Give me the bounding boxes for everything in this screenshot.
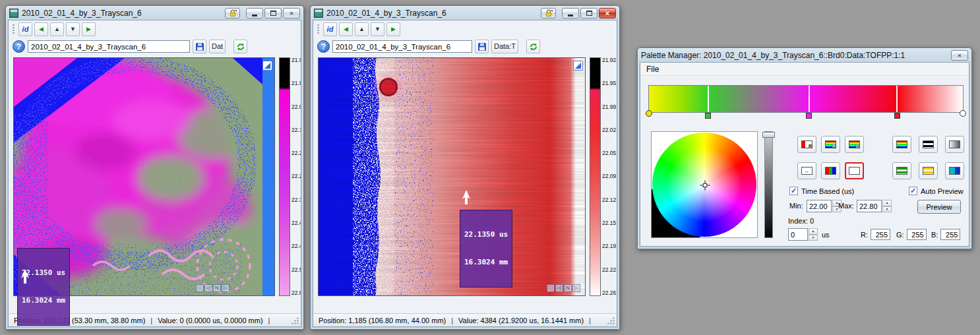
menu-file[interactable]: File [640, 63, 665, 75]
titlebar[interactable]: 2010_02_01_4_by_3_Trayscan_6 × [313, 6, 617, 20]
max-input[interactable] [857, 200, 882, 212]
nav-down-button[interactable]: ▼ [66, 22, 80, 36]
scan-window-left[interactable]: 2010_02_01_4_by_3_Trayscan_6 × id ◀ ▲ ▼ … [5, 5, 304, 330]
scan-image[interactable] [319, 58, 585, 295]
data-channel-button[interactable]: Dat [209, 40, 226, 53]
toolbar-grip[interactable] [317, 24, 319, 35]
id-view-button[interactable]: id [18, 22, 32, 36]
palette-manager-window[interactable]: Palette Manager: 2010_02_01_4_by_3_Trays… [637, 47, 972, 249]
gradient-stop-marker-green[interactable] [705, 113, 711, 119]
window-icon[interactable] [314, 9, 323, 18]
scan-canvas[interactable]: 22.1350 us 16.3024 mm □ ◁ N ▷ [318, 57, 586, 296]
palette-rainbow-button[interactable] [892, 136, 911, 153]
nav-down-button[interactable]: ▼ [371, 22, 384, 36]
green-stripes-icon [896, 167, 907, 175]
nav-up-button[interactable]: ▲ [50, 22, 64, 36]
palette-rainbow-d-button[interactable]: D [845, 136, 864, 153]
nav-forward-button[interactable]: ▶ [386, 22, 400, 36]
color-scale-labels: 21.9221.95 21.9922.02 22.0522.09 22.1222… [602, 57, 617, 296]
palette-invert-button[interactable]: ↔ [797, 162, 816, 179]
help-button[interactable]: ? [13, 40, 25, 53]
save-button[interactable] [475, 40, 489, 53]
scan-canvas[interactable]: 22.1350 us 16.3024 mm □ ◁ N ▷ [13, 57, 275, 296]
refresh-button[interactable] [233, 40, 247, 53]
maximize-button[interactable] [264, 8, 282, 18]
palette-teal-blue-button[interactable] [945, 162, 964, 179]
toolbar-grip[interactable] [13, 24, 15, 35]
close-button[interactable]: × [283, 8, 300, 18]
index-input[interactable] [788, 228, 808, 241]
palette-gradient-bar[interactable] [648, 85, 964, 113]
frame-box-icon[interactable]: □ [196, 284, 204, 292]
frame-n-icon[interactable]: N [213, 284, 221, 292]
close-button[interactable]: × [951, 50, 968, 61]
nav-back-button[interactable]: ◀ [34, 22, 48, 36]
nav-back-button[interactable]: ◀ [339, 22, 353, 36]
titlebar[interactable]: 2010_02_01_4_by_3_Trayscan_6 × [8, 6, 301, 20]
g-input[interactable] [907, 229, 927, 240]
resize-grip[interactable] [607, 317, 615, 325]
max-spin-down-icon[interactable]: ▼ [882, 206, 892, 213]
b-input[interactable] [940, 229, 960, 240]
color-wheel-crosshair-icon[interactable] [700, 180, 710, 191]
lock-button[interactable] [541, 8, 556, 18]
time-based-checkbox[interactable]: ✓ [789, 187, 798, 195]
frame-controls: □ ◁ N ▷ [547, 284, 580, 292]
data-channel-button[interactable]: Data:T [491, 40, 518, 53]
palette-blackwhite-button[interactable] [919, 136, 938, 153]
refresh-button[interactable] [526, 40, 540, 53]
id-view-button[interactable]: id [323, 22, 337, 36]
frame-n-icon[interactable]: N [564, 284, 572, 292]
index-spin-down-icon[interactable]: ▼ [809, 235, 818, 241]
palette-rainbow-r-button[interactable]: R [821, 136, 840, 153]
red-field: R: [861, 229, 890, 240]
palette-current-selected-button[interactable] [845, 162, 864, 179]
help-button[interactable]: ? [317, 40, 330, 53]
index-spin-up-icon[interactable]: ▲ [809, 228, 818, 235]
lock-button[interactable] [225, 8, 240, 18]
frame-box-icon[interactable]: □ [547, 284, 555, 292]
palette-green-stripes-button[interactable] [892, 162, 911, 179]
frame-prev-icon[interactable]: ◁ [204, 284, 212, 292]
minimize-button[interactable] [246, 8, 263, 18]
titlebar[interactable]: Palette Manager: 2010_02_01_4_by_3_Trays… [640, 48, 969, 62]
pan-widget-icon[interactable] [573, 61, 583, 71]
gradient-stop-marker-red[interactable] [894, 113, 900, 119]
frame-next-icon[interactable]: ▷ [572, 284, 580, 292]
lock-icon [229, 9, 237, 17]
gradient-end-marker[interactable] [960, 110, 966, 117]
save-button[interactable] [193, 40, 206, 53]
frame-prev-icon[interactable]: ◁ [555, 284, 563, 292]
color-wheel-box[interactable] [651, 131, 758, 238]
preview-button[interactable]: Preview [917, 200, 961, 214]
palette-yellow-stripes-button[interactable] [919, 162, 938, 179]
brightness-slider-thumb[interactable] [762, 132, 775, 138]
palette-grayscale-button[interactable] [945, 136, 964, 153]
window-icon[interactable] [9, 9, 18, 18]
min-input[interactable] [807, 200, 832, 212]
palette-gradient-editor[interactable] [648, 85, 964, 122]
maximize-button[interactable] [580, 8, 597, 18]
rgb-stripes-icon [825, 167, 836, 175]
max-spin-up-icon[interactable]: ▲ [882, 200, 892, 206]
auto-preview-checkbox[interactable]: ✓ [909, 187, 917, 195]
brightness-slider[interactable] [764, 131, 773, 238]
dataset-name-input[interactable] [28, 40, 190, 53]
yellow-stripes-icon [923, 167, 934, 175]
palette-rgb-stripes-button[interactable] [821, 162, 840, 179]
scan-window-middle[interactable]: 2010_02_01_4_by_3_Trayscan_6 × id ◀ ▲ ▼ … [310, 5, 620, 330]
close-button[interactable]: × [599, 8, 616, 18]
nav-up-button[interactable]: ▲ [355, 22, 369, 36]
nav-forward-button[interactable]: ▶ [82, 22, 96, 36]
pan-widget-icon[interactable] [262, 61, 272, 71]
resize-grip[interactable] [291, 317, 299, 325]
blank-palette-icon [849, 167, 860, 175]
minimize-button[interactable] [562, 8, 579, 18]
dataset-name-input[interactable] [332, 40, 472, 53]
r-input[interactable] [871, 229, 890, 240]
time-based-checkline: ✓ Time Based (us) [789, 187, 854, 195]
gradient-stop-marker-magenta[interactable] [806, 113, 812, 119]
frame-next-icon[interactable]: ▷ [222, 284, 230, 292]
palette-red-ramp-button[interactable]: R [797, 136, 816, 153]
gradient-start-marker[interactable] [646, 110, 652, 117]
